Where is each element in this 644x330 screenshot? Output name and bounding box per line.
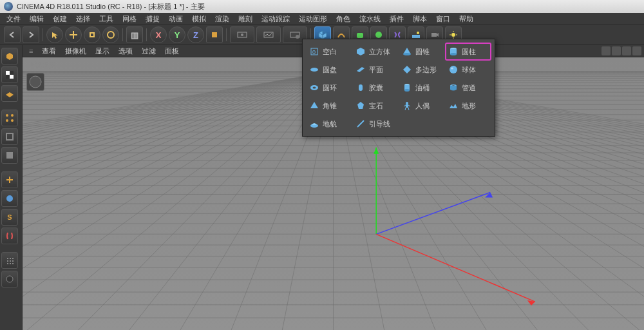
menu-13[interactable]: 角色 — [332, 14, 354, 24]
primitive-tube[interactable]: 管道 — [446, 79, 491, 96]
svg-point-21 — [11, 119, 14, 122]
primitive-cube[interactable]: 立方体 — [353, 43, 398, 60]
svg-line-82 — [23, 72, 334, 330]
svg-rect-15 — [10, 71, 14, 75]
null-icon: 0 — [308, 46, 320, 57]
extra1-button[interactable] — [1, 252, 18, 269]
viewport-corner-icon[interactable] — [26, 73, 44, 91]
axis-y-toggle[interactable]: Y — [169, 26, 185, 43]
svg-line-73 — [23, 72, 334, 330]
primitive-label: 管道 — [462, 83, 476, 93]
menu-bar: 文件编辑创建选择工具网格捕捉动画模拟渲染雕刻运动跟踪运动图形角色流水线插件脚本窗… — [0, 13, 644, 24]
rotate-tool[interactable] — [102, 26, 119, 43]
primitive-torus[interactable]: 圆环 — [307, 79, 352, 96]
svg-point-145 — [404, 89, 410, 92]
primitive-cylinder[interactable]: 圆柱 — [446, 43, 491, 60]
scale-tool[interactable] — [84, 26, 100, 43]
render-picture-button[interactable] — [256, 26, 281, 43]
svg-line-75 — [23, 72, 334, 330]
primitive-relief[interactable]: 地貌 — [307, 115, 352, 132]
viewport-nav-icon[interactable] — [601, 46, 611, 55]
tweak-button[interactable] — [1, 190, 18, 207]
polygon-mode-button[interactable] — [1, 147, 18, 164]
viewport-nav-icon[interactable] — [622, 46, 631, 55]
svg-point-141 — [313, 87, 316, 89]
menu-1[interactable]: 编辑 — [26, 14, 48, 24]
menu-2[interactable]: 创建 — [49, 14, 71, 24]
snap-settings-button[interactable] — [1, 228, 18, 244]
point-mode-button[interactable] — [1, 110, 18, 126]
axis-mode-button[interactable] — [1, 171, 18, 188]
menu-7[interactable]: 动画 — [165, 14, 187, 24]
menu-9[interactable]: 渲染 — [211, 14, 233, 24]
svg-rect-149 — [406, 104, 408, 108]
svg-point-136 — [450, 53, 457, 55]
menu-5[interactable]: 网格 — [118, 14, 140, 24]
primitive-plane[interactable]: 平面 — [353, 61, 398, 78]
viewport-nav-icon[interactable] — [612, 46, 621, 55]
snap-button[interactable]: S — [1, 209, 18, 226]
primitive-null[interactable]: 0空白 — [307, 43, 352, 60]
primitive-oiltank[interactable]: 油桶 — [399, 79, 444, 96]
primitive-pyramid[interactable]: 角锥 — [307, 97, 352, 114]
pyramid-icon — [308, 100, 320, 112]
primitive-label: 空白 — [323, 47, 337, 57]
axis-x-toggle[interactable]: X — [150, 26, 167, 43]
menu-14[interactable]: 流水线 — [355, 14, 384, 24]
svg-rect-0 — [90, 33, 94, 37]
coord-system-button[interactable] — [206, 26, 223, 43]
axis-z-toggle[interactable]: Z — [187, 26, 204, 43]
menu-8[interactable]: 模拟 — [188, 14, 210, 24]
menu-10[interactable]: 雕刻 — [234, 14, 256, 24]
svg-line-71 — [23, 72, 334, 330]
primitive-guide[interactable]: 引导线 — [353, 115, 398, 132]
viewport-nav-icon[interactable] — [632, 46, 641, 55]
move-tool[interactable] — [65, 26, 82, 43]
primitive-disc[interactable]: 圆盘 — [307, 61, 352, 78]
select-tool[interactable] — [46, 26, 63, 43]
menu-17[interactable]: 窗口 — [432, 14, 454, 24]
model-mode-button[interactable] — [1, 48, 18, 64]
viewport-menu-filter[interactable]: 过滤 — [138, 46, 160, 57]
last-tool[interactable]: ▥ — [126, 26, 143, 43]
viewport-menu-camera[interactable]: 摄像机 — [61, 46, 90, 57]
primitive-cone[interactable]: 圆锥 — [399, 43, 444, 60]
separator — [226, 28, 227, 41]
edge-mode-button[interactable] — [1, 128, 18, 145]
primitive-sphere[interactable]: 球体 — [446, 61, 491, 78]
menu-18[interactable]: 帮助 — [455, 14, 477, 24]
primitive-platonic[interactable]: 宝石 — [353, 97, 398, 114]
svg-line-87 — [23, 72, 333, 330]
extra2-button[interactable] — [1, 271, 18, 287]
viewport-menu-panel[interactable]: 面板 — [161, 46, 183, 57]
viewport-menu-view[interactable]: 查看 — [38, 46, 60, 57]
redo-button[interactable] — [23, 26, 39, 43]
primitive-label: 油桶 — [415, 83, 430, 93]
undo-button[interactable] — [4, 26, 21, 43]
primitive-label: 圆环 — [323, 83, 337, 93]
viewport-menu-display[interactable]: 显示 — [91, 46, 113, 57]
primitive-capsule[interactable]: 胶囊 — [353, 79, 398, 96]
menu-0[interactable]: 文件 — [3, 14, 24, 24]
svg-rect-17 — [10, 75, 14, 79]
viewport-menu-options[interactable]: 选项 — [115, 46, 137, 57]
menu-11[interactable]: 运动跟踪 — [258, 14, 294, 24]
svg-rect-23 — [6, 152, 13, 159]
svg-point-13 — [451, 33, 455, 37]
separator — [43, 28, 43, 41]
primitive-figure[interactable]: 人偶 — [399, 97, 444, 114]
menu-3[interactable]: 选择 — [72, 14, 94, 24]
axis-z-label: Z — [193, 30, 198, 40]
menu-12[interactable]: 运动图形 — [295, 14, 331, 24]
workplane-mode-button[interactable] — [1, 85, 18, 102]
menu-15[interactable]: 插件 — [386, 14, 408, 24]
menu-4[interactable]: 工具 — [95, 14, 117, 24]
texture-mode-button[interactable] — [1, 66, 18, 83]
render-view-button[interactable] — [230, 26, 254, 43]
primitive-landscape[interactable]: 地形 — [446, 97, 491, 114]
svg-line-94 — [77, 72, 334, 330]
primitive-polygon[interactable]: 多边形 — [399, 61, 444, 78]
menu-16[interactable]: 脚本 — [409, 14, 431, 24]
svg-point-27 — [6, 276, 13, 282]
menu-6[interactable]: 捕捉 — [142, 14, 164, 24]
